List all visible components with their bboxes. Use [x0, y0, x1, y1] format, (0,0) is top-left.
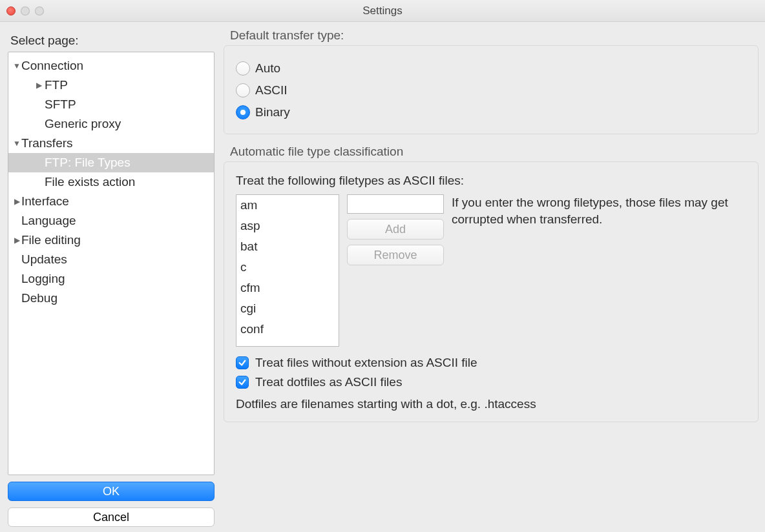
remove-button[interactable]: Remove — [347, 245, 444, 265]
list-item[interactable]: cgi — [236, 298, 339, 319]
tree-item[interactable]: ▼Connection — [8, 56, 214, 76]
checkbox-icon — [236, 376, 249, 389]
settings-tree[interactable]: ▼Connection▶FTPSFTPGeneric proxy▼Transfe… — [8, 52, 215, 475]
radio-icon — [236, 83, 250, 97]
spacer-icon — [33, 118, 45, 130]
list-item[interactable]: bat — [236, 236, 339, 257]
list-item[interactable]: am — [236, 195, 339, 216]
checkbox-icon — [236, 356, 249, 369]
tree-item[interactable]: ▼Transfers — [8, 134, 214, 153]
wrong-filetypes-hint: If you enter the wrong filetypes, those … — [452, 194, 746, 347]
tree-item[interactable]: Updates — [8, 250, 214, 269]
ok-button[interactable]: OK — [8, 482, 215, 501]
extension-input[interactable] — [347, 194, 444, 214]
transfer-type-radio[interactable]: Auto — [236, 57, 746, 79]
tree-item-label: Debug — [21, 289, 58, 308]
list-item[interactable]: asp — [236, 216, 339, 236]
transfer-type-radio[interactable]: Binary — [236, 101, 746, 123]
transfer-type-group: AutoASCIIBinary — [224, 45, 759, 134]
list-item[interactable]: conf — [236, 319, 339, 340]
window-title: Settings — [0, 5, 765, 17]
ascii-extensions-listbox[interactable]: amaspbatccfmcgiconfcpp — [236, 194, 339, 347]
add-button[interactable]: Add — [347, 219, 444, 240]
list-item[interactable]: cfm — [236, 278, 339, 298]
classification-group: Treat the following filetypes as ASCII f… — [224, 161, 759, 422]
spacer-icon — [33, 99, 45, 110]
tree-item-label: Updates — [21, 250, 67, 269]
tree-item-label: File exists action — [45, 172, 135, 192]
tree-item[interactable]: ▶File editing — [8, 230, 214, 250]
radio-label: Auto — [255, 61, 280, 76]
tree-item-label: Interface — [21, 192, 69, 211]
radio-icon — [236, 105, 250, 119]
close-window-button[interactable] — [6, 6, 16, 15]
tree-item-label: Generic proxy — [45, 114, 121, 134]
tree-item[interactable]: Language — [8, 211, 214, 230]
zoom-window-button[interactable] — [35, 6, 44, 15]
list-item[interactable]: c — [236, 257, 339, 278]
tree-item-label: FTP — [45, 76, 68, 95]
tree-item-label: SFTP — [45, 95, 76, 114]
tree-item[interactable]: ▶FTP — [8, 76, 214, 95]
tree-item[interactable]: ▶Interface — [8, 192, 214, 211]
tree-item[interactable]: Debug — [8, 289, 214, 308]
treat-filetypes-label: Treat the following filetypes as ASCII f… — [236, 174, 746, 188]
tree-item-label: Logging — [21, 269, 65, 289]
tree-item[interactable]: Logging — [8, 269, 214, 289]
transfer-type-title: Default transfer type: — [230, 28, 759, 43]
spacer-icon — [33, 176, 45, 188]
transfer-type-radio[interactable]: ASCII — [236, 79, 746, 101]
treat-dotfiles-label: Treat dotfiles as ASCII files — [255, 375, 402, 389]
title-bar: Settings — [0, 0, 765, 22]
chevron-right-icon[interactable]: ▶ — [33, 79, 45, 91]
tree-item-label: FTP: File Types — [45, 153, 131, 172]
list-item[interactable]: cpp — [236, 340, 339, 347]
cancel-button[interactable]: Cancel — [8, 507, 215, 527]
tree-item-label: File editing — [21, 230, 81, 250]
dotfiles-note: Dotfiles are filenames starting with a d… — [236, 397, 746, 411]
tree-item-label: Transfers — [21, 134, 73, 153]
treat-no-extension-label: Treat files without extension as ASCII f… — [255, 356, 477, 370]
radio-label: ASCII — [255, 83, 288, 97]
tree-item-label: Language — [21, 211, 76, 230]
radio-label: Binary — [255, 105, 290, 119]
classification-title: Automatic file type classification — [230, 145, 759, 159]
minimize-window-button[interactable] — [21, 6, 30, 15]
tree-item[interactable]: FTP: File Types — [8, 153, 214, 172]
traffic-lights — [0, 6, 44, 15]
tree-item[interactable]: File exists action — [8, 172, 214, 192]
tree-item-label: Connection — [21, 56, 83, 76]
spacer-icon — [33, 157, 45, 169]
select-page-label: Select page: — [10, 34, 215, 48]
treat-no-extension-checkbox[interactable]: Treat files without extension as ASCII f… — [236, 356, 746, 370]
treat-dotfiles-checkbox[interactable]: Treat dotfiles as ASCII files — [236, 375, 746, 389]
radio-icon — [236, 61, 250, 76]
tree-item[interactable]: Generic proxy — [8, 114, 214, 134]
tree-item[interactable]: SFTP — [8, 95, 214, 114]
